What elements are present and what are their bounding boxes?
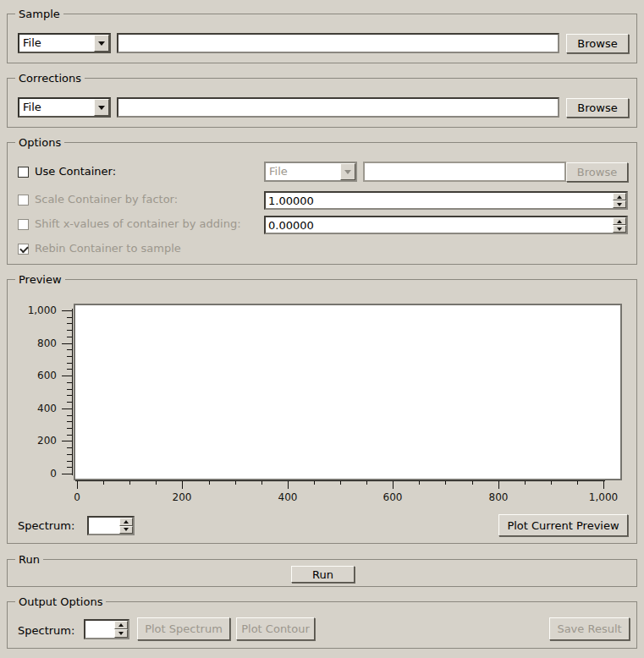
svg-text:600: 600 <box>383 491 403 503</box>
chevron-down-glyph <box>98 41 105 46</box>
preview-group-title: Preview <box>15 273 65 286</box>
sample-file-input[interactable] <box>117 33 559 53</box>
svg-text:400: 400 <box>37 403 57 414</box>
shift-x-spinbox[interactable] <box>264 216 628 234</box>
sample-source-select[interactable]: File <box>18 33 111 53</box>
scale-container-checkbox[interactable] <box>18 195 29 206</box>
arrow-down-glyph <box>124 528 129 531</box>
svg-text:800: 800 <box>489 491 509 503</box>
corrections-file-input[interactable] <box>117 97 559 118</box>
spin-up-icon[interactable] <box>114 621 128 629</box>
output-spectrum-spinbox[interactable] <box>84 619 129 639</box>
preview-plot-canvas[interactable] <box>74 304 622 480</box>
container-source-value: File <box>269 164 288 179</box>
scale-factor-spinbox[interactable] <box>264 191 628 210</box>
spinner-buttons <box>613 217 626 233</box>
corrections-browse-button[interactable]: Browse <box>566 98 629 118</box>
options-group: Options Use Container: File Browse Scale… <box>7 142 637 265</box>
output-options-group-title: Output Options <box>15 595 106 608</box>
svg-text:1,000: 1,000 <box>589 491 618 503</box>
plot-contour-button: Plot Contour <box>236 617 315 640</box>
svg-text:600: 600 <box>37 370 57 381</box>
arrow-down-glyph <box>118 632 124 635</box>
chevron-down-glyph <box>98 106 105 110</box>
svg-text:0: 0 <box>74 491 80 503</box>
plot-current-preview-button[interactable]: Plot Current Preview <box>498 514 628 536</box>
arrow-up-glyph <box>118 623 124 627</box>
spin-down-icon[interactable] <box>613 200 626 208</box>
chevron-down-icon <box>340 163 355 180</box>
shift-x-checkbox[interactable] <box>18 219 29 230</box>
spinner-buttons <box>114 621 128 638</box>
rebin-checkbox[interactable] <box>18 244 29 255</box>
chevron-down-glyph <box>344 170 351 174</box>
arrow-up-glyph <box>124 520 129 524</box>
arrow-up-glyph <box>617 220 622 223</box>
container-source-select: File <box>264 162 357 182</box>
output-spectrum-label: Spectrum: <box>18 624 74 638</box>
svg-text:200: 200 <box>173 491 192 503</box>
run-group-title: Run <box>15 553 43 566</box>
plot-spectrum-button: Plot Spectrum <box>137 617 230 640</box>
run-group: Run Run <box>7 559 637 587</box>
chevron-down-icon[interactable] <box>94 99 109 116</box>
shift-x-value[interactable] <box>266 217 612 233</box>
rebin-label: Rebin Container to sample <box>35 242 181 255</box>
arrow-down-glyph <box>617 228 622 231</box>
corrections-group: Corrections File Browse <box>7 78 637 128</box>
use-container-label: Use Container: <box>35 165 116 178</box>
sample-browse-button[interactable]: Browse <box>566 34 629 53</box>
spin-up-icon[interactable] <box>613 217 626 225</box>
sample-group: Sample File Browse <box>7 14 637 63</box>
output-spectrum-value[interactable] <box>85 621 113 638</box>
output-options-group: Output Options Spectrum: Plot Spectrum P… <box>7 601 637 649</box>
preview-group: Preview 02004006008001,00002004006008001… <box>7 279 637 544</box>
preview-spectrum-value[interactable] <box>89 518 118 534</box>
options-group-title: Options <box>15 136 64 149</box>
svg-text:800: 800 <box>37 337 57 349</box>
spin-up-icon[interactable] <box>613 193 626 200</box>
container-browse-button: Browse <box>566 162 628 182</box>
sample-source-value: File <box>23 36 41 51</box>
save-result-button: Save Result <box>549 617 630 640</box>
spin-up-icon[interactable] <box>119 518 133 526</box>
corrections-group-title: Corrections <box>15 72 85 85</box>
svg-text:200: 200 <box>37 435 57 447</box>
spin-down-icon[interactable] <box>114 629 128 638</box>
container-file-input <box>363 162 566 182</box>
svg-text:0: 0 <box>50 468 57 480</box>
spinner-buttons <box>613 193 626 208</box>
spinner-buttons <box>119 518 133 534</box>
spin-down-icon[interactable] <box>613 225 626 233</box>
preview-spectrum-spinbox[interactable] <box>87 516 135 535</box>
arrow-down-glyph <box>617 203 622 206</box>
scale-factor-value[interactable] <box>266 193 612 208</box>
use-container-checkbox[interactable] <box>18 167 29 178</box>
run-button[interactable]: Run <box>291 566 355 583</box>
chevron-down-icon[interactable] <box>94 35 109 52</box>
preview-spectrum-label: Spectrum: <box>18 519 74 533</box>
shift-x-label: Shift x-values of container by adding: <box>35 217 241 231</box>
svg-text:1,000: 1,000 <box>28 304 57 316</box>
svg-text:400: 400 <box>278 491 298 503</box>
sample-group-title: Sample <box>15 8 63 20</box>
spin-down-icon[interactable] <box>119 526 133 535</box>
corrections-source-select[interactable]: File <box>18 97 111 118</box>
arrow-up-glyph <box>617 195 622 199</box>
scale-container-label: Scale Container by factor: <box>35 193 178 206</box>
corrections-source-value: File <box>23 100 41 115</box>
